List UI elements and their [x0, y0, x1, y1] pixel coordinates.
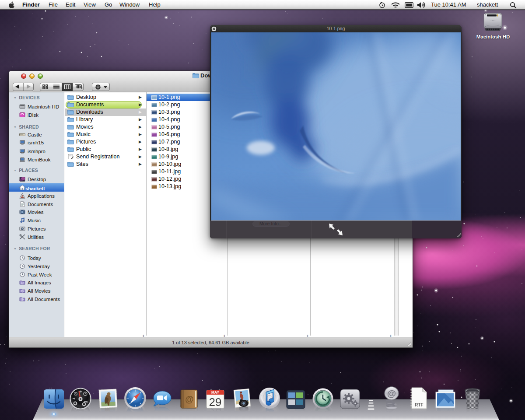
svg-text:@: @	[185, 394, 194, 404]
svg-text:29: 29	[209, 396, 222, 409]
svg-text:MAY: MAY	[211, 390, 219, 395]
svg-text:RTF: RTF	[415, 402, 423, 407]
svg-text:@: @	[387, 388, 396, 398]
